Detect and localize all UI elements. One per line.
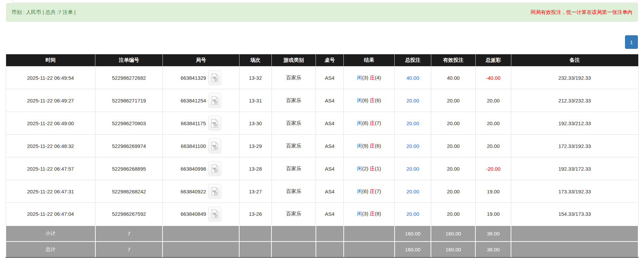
column-header-total-bet: 总投注 bbox=[395, 54, 431, 66]
cell-payout: 20.00 bbox=[475, 89, 511, 112]
cell-bet-id: 522986267592 bbox=[95, 203, 163, 226]
cell-game-type: 百家乐 bbox=[271, 89, 316, 112]
game-id-value: 663840849 bbox=[181, 211, 206, 217]
cell-result: 闲(3) 庄(8) bbox=[344, 203, 395, 226]
result-player-label: 闲 bbox=[357, 97, 362, 103]
video-file-icon bbox=[211, 209, 219, 218]
column-header-time: 时间 bbox=[6, 54, 95, 66]
result-banker-label: 庄 bbox=[370, 97, 375, 103]
result-player-points: (9) bbox=[362, 143, 370, 149]
cell-session: 13-26 bbox=[239, 203, 271, 226]
result-banker-label: 庄 bbox=[370, 211, 375, 216]
result-player-points: (6) bbox=[362, 188, 370, 194]
video-file-icon bbox=[211, 119, 219, 128]
summary-payout: 38.00 bbox=[475, 242, 511, 257]
result-player-label: 闲 bbox=[357, 166, 362, 171]
game-id-wrap: 663840849 bbox=[181, 207, 221, 222]
result-player-points: (8) bbox=[362, 120, 370, 126]
video-replay-button[interactable] bbox=[208, 116, 221, 131]
summary-valid-bet: 160.00 bbox=[431, 242, 475, 257]
cell-payout: 19.00 bbox=[475, 203, 511, 226]
summary-label: 小计 bbox=[6, 226, 95, 242]
cell-game-id: 663841254 bbox=[163, 89, 239, 112]
summary-empty-remark bbox=[511, 242, 638, 257]
cell-total-bet: 20.00 bbox=[395, 89, 431, 112]
table-row: 2025-11-22 06:49:00522986270803663841175… bbox=[6, 112, 638, 135]
result-banker-label: 庄 bbox=[370, 120, 375, 126]
cell-session: 13-27 bbox=[239, 180, 271, 203]
video-replay-button[interactable] bbox=[208, 70, 221, 85]
cell-payout: -20.00 bbox=[475, 157, 511, 180]
game-id-wrap: 663841329 bbox=[181, 70, 221, 85]
cell-game-id: 663840849 bbox=[163, 203, 239, 226]
video-file-icon bbox=[211, 73, 219, 82]
result-banker-points: (6) bbox=[375, 143, 381, 149]
column-header-session: 场次 bbox=[239, 54, 271, 66]
column-header-valid-bet: 有效投注 bbox=[431, 54, 475, 66]
cell-game-type: 百家乐 bbox=[271, 135, 316, 157]
video-replay-button[interactable] bbox=[208, 184, 221, 199]
summary-empty-result bbox=[344, 242, 395, 257]
grandtotal-row: 总计7160.00160.0038.00 bbox=[6, 242, 638, 257]
table-row: 2025-11-22 06:49:54522986272682663841329… bbox=[6, 66, 638, 89]
cell-bet-id: 522986270803 bbox=[95, 112, 163, 135]
cell-total-bet: 20.00 bbox=[395, 157, 431, 180]
table-row: 2025-11-22 06:47:04522986267592663840849… bbox=[6, 203, 638, 226]
cell-remark: 212.33/232.33 bbox=[511, 89, 638, 112]
video-replay-button[interactable] bbox=[208, 161, 221, 176]
cell-game-id: 663840998 bbox=[163, 157, 239, 180]
summary-empty-game-id bbox=[163, 226, 239, 242]
cell-result: 闲(2) 庄(1) bbox=[344, 157, 395, 180]
result-banker-points: (8) bbox=[375, 211, 381, 216]
game-id-value: 663841100 bbox=[181, 143, 206, 149]
cell-session: 13-28 bbox=[239, 157, 271, 180]
table-row: 2025-11-22 06:47:57522986268895663840998… bbox=[6, 157, 638, 180]
summary-empty-table-no bbox=[316, 226, 344, 242]
video-replay-button[interactable] bbox=[208, 93, 221, 108]
game-id-wrap: 663840998 bbox=[181, 161, 221, 176]
cell-bet-id: 522986271719 bbox=[95, 89, 163, 112]
result-banker-points: (1) bbox=[375, 166, 381, 171]
game-id-value: 663841175 bbox=[181, 120, 206, 126]
column-header-game-type: 游戏类别 bbox=[271, 54, 316, 66]
cell-table-no: AS4 bbox=[316, 112, 344, 135]
cell-remark: 154.33/173.33 bbox=[511, 203, 638, 226]
table-body: 2025-11-22 06:49:54522986272682663841329… bbox=[6, 66, 638, 257]
cell-valid-bet: 20.00 bbox=[431, 157, 475, 180]
summary-empty-session bbox=[239, 242, 271, 257]
cell-result: 闲(3) 庄(4) bbox=[344, 66, 395, 89]
video-file-icon bbox=[211, 187, 219, 196]
cell-bet-id: 522986269974 bbox=[95, 135, 163, 157]
cell-total-bet: 20.00 bbox=[395, 112, 431, 135]
cell-result: 闲(8) 庄(6) bbox=[344, 89, 395, 112]
result-player-points: (2) bbox=[362, 166, 370, 171]
column-header-payout: 总派彩 bbox=[475, 54, 511, 66]
cell-time: 2025-11-22 06:49:00 bbox=[6, 112, 95, 135]
summary-empty-session bbox=[239, 226, 271, 242]
notice-text: 同局有效投注，统一计算在该局第一张注单内 bbox=[531, 9, 632, 16]
summary-count: 7 bbox=[95, 226, 163, 242]
video-replay-button[interactable] bbox=[208, 138, 221, 153]
cell-remark: 192.33/172.33 bbox=[511, 157, 638, 180]
cell-table-no: AS4 bbox=[316, 66, 344, 89]
cell-session: 13-32 bbox=[239, 66, 271, 89]
summary-empty-table-no bbox=[316, 242, 344, 257]
result-player-label: 闲 bbox=[357, 188, 362, 194]
cell-bet-id: 522986268242 bbox=[95, 180, 163, 203]
summary-total-bet: 160.00 bbox=[395, 226, 431, 242]
cell-time: 2025-11-22 06:47:57 bbox=[6, 157, 95, 180]
cell-time: 2025-11-22 06:49:27 bbox=[6, 89, 95, 112]
summary-empty-game-id bbox=[163, 242, 239, 257]
page-1-button[interactable]: 1 bbox=[625, 35, 638, 49]
cell-total-bet: 40.00 bbox=[395, 66, 431, 89]
result-banker-label: 庄 bbox=[370, 143, 375, 149]
cell-table-no: AS4 bbox=[316, 135, 344, 157]
result-player-label: 闲 bbox=[357, 211, 362, 216]
cell-game-id: 663841329 bbox=[163, 66, 239, 89]
video-replay-button[interactable] bbox=[208, 207, 221, 222]
column-header-table: 桌号 bbox=[316, 54, 344, 66]
cell-valid-bet: 20.00 bbox=[431, 135, 475, 157]
cell-game-type: 百家乐 bbox=[271, 66, 316, 89]
cell-result: 闲(9) 庄(6) bbox=[344, 135, 395, 157]
cell-game-type: 百家乐 bbox=[271, 180, 316, 203]
